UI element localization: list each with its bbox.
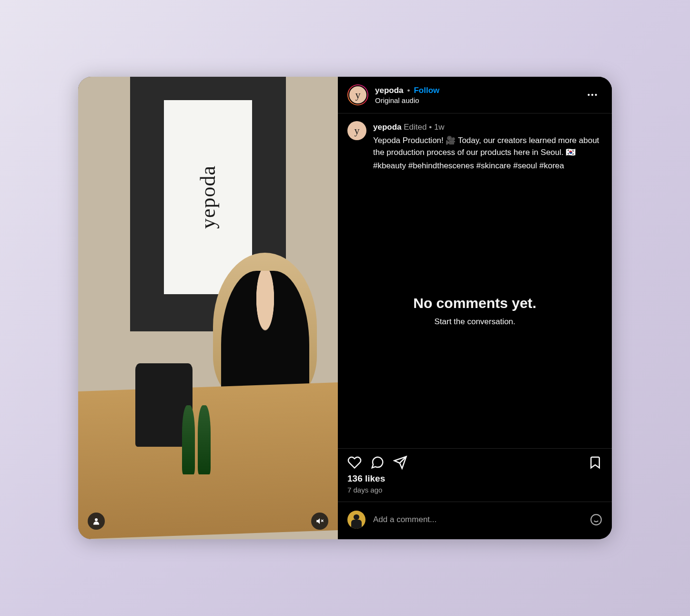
svg-point-5 xyxy=(595,94,597,96)
caption-text: yepoda Edited • 1w Yepoda Production! 🎥 … xyxy=(373,121,602,172)
caption-block: y yepoda Edited • 1w Yepoda Production! … xyxy=(338,113,612,174)
separator-dot: • xyxy=(429,123,434,132)
send-icon xyxy=(393,455,407,470)
viewer-avatar[interactable] xyxy=(347,511,365,529)
more-options-button[interactable] xyxy=(582,85,602,105)
comment-icon xyxy=(370,455,385,470)
comment-input[interactable] xyxy=(373,515,582,524)
like-button[interactable] xyxy=(347,455,362,470)
avatar-story-ring[interactable]: y xyxy=(347,84,368,105)
caption-body: Yepoda Production! 🎥 Today, our creators… xyxy=(373,134,602,159)
mute-button[interactable] xyxy=(311,513,328,530)
svg-point-8 xyxy=(591,514,601,525)
caption-username[interactable]: yepoda xyxy=(373,123,402,132)
dots-horizontal-icon xyxy=(586,89,599,101)
likes-count[interactable]: 136 likes xyxy=(338,473,612,484)
no-comments-subtitle: Start the conversation. xyxy=(434,317,515,327)
share-button[interactable] xyxy=(393,455,407,470)
svg-point-0 xyxy=(95,518,98,521)
save-button[interactable] xyxy=(588,455,602,470)
no-comments-title: No comments yet. xyxy=(413,295,536,311)
comment-composer xyxy=(338,502,612,539)
author-avatar: y xyxy=(348,85,367,104)
comments-area: No comments yet. Start the conversation. xyxy=(338,174,612,449)
svg-point-4 xyxy=(591,94,593,96)
caption-avatar[interactable]: y xyxy=(347,121,366,140)
edited-label: Edited xyxy=(404,123,426,132)
post-media[interactable]: yepoda xyxy=(78,77,338,539)
scene-brand-text: yepoda xyxy=(196,165,220,229)
header-title-line: yepoda • Follow xyxy=(375,86,576,95)
scene-bottle xyxy=(198,405,211,475)
post-header: y yepoda • Follow Original audio xyxy=(338,77,612,113)
svg-point-3 xyxy=(588,94,589,96)
audio-attribution[interactable]: Original audio xyxy=(375,96,576,104)
comment-button[interactable] xyxy=(370,455,385,470)
muted-speaker-icon xyxy=(315,517,324,525)
post-card: yepoda y yepoda • Follow Orig xyxy=(78,77,612,539)
smiley-icon xyxy=(590,513,602,526)
tagged-people-button[interactable] xyxy=(88,513,105,530)
post-info-pane: y yepoda • Follow Original audio y yepod… xyxy=(338,77,612,539)
heart-icon xyxy=(347,455,362,470)
caption-hashtags[interactable]: #kbeauty #behindthescenes #skincare #seo… xyxy=(373,160,602,172)
header-text: yepoda • Follow Original audio xyxy=(375,86,576,104)
emoji-picker-button[interactable] xyxy=(590,513,602,526)
scene-bottle xyxy=(182,405,195,475)
author-username[interactable]: yepoda xyxy=(375,86,404,95)
person-icon xyxy=(92,517,101,525)
actions-row xyxy=(338,449,612,473)
posted-time: 7 days ago xyxy=(338,484,612,502)
separator-dot: • xyxy=(407,86,410,95)
caption-age: 1w xyxy=(434,123,445,132)
follow-button[interactable]: Follow xyxy=(414,86,439,95)
bookmark-icon xyxy=(588,455,602,470)
